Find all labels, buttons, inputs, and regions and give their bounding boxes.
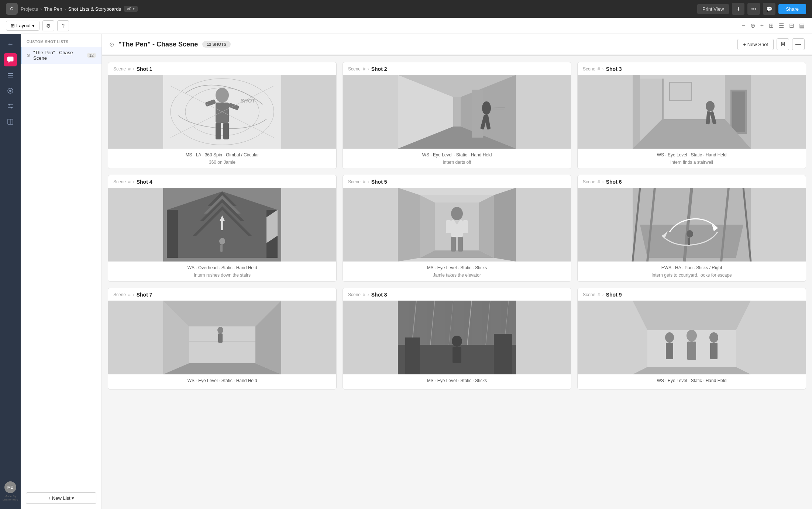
svg-rect-113 <box>494 334 512 374</box>
share-button[interactable]: Share <box>778 4 806 14</box>
print-view-button[interactable]: Print View <box>697 4 729 14</box>
zoom-in-button[interactable]: + <box>759 21 765 31</box>
shot-card-2: Scene # › Shot 2 <box>343 62 571 169</box>
user-avatar[interactable]: MB <box>4 481 16 493</box>
svg-rect-41 <box>633 75 640 149</box>
shot-image-3 <box>578 75 806 149</box>
view-list-button[interactable]: ☰ <box>777 21 785 31</box>
shot-card-footer-8: MS · Eye Level · Static · Sticks <box>343 374 571 389</box>
svg-rect-47 <box>670 82 692 101</box>
view-grid-small-button[interactable]: ⊞ <box>767 21 775 31</box>
shot-image-1: SHOT <box>108 75 336 149</box>
shot-card-6: Scene # › Shot 6 <box>577 175 806 282</box>
svg-marker-70 <box>479 195 494 258</box>
shot-meta-8: MS · Eye Level · Static · Sticks <box>348 378 566 383</box>
shot-card-5: Scene # › Shot 5 <box>343 175 571 282</box>
shot-card-4: Scene # › Shot 4 <box>108 175 337 282</box>
sidebar-item-filter[interactable] <box>4 100 17 113</box>
layout-button[interactable]: ⊞ Layout ▾ <box>6 21 39 31</box>
list-icon <box>7 72 14 79</box>
shot-lists-panel: Custom Shot Lists ⊙ "The Pen" - Chase Sc… <box>21 34 102 509</box>
sidebar-back-button[interactable]: ← <box>4 38 17 51</box>
svg-point-124 <box>709 332 718 343</box>
shot-image-6 <box>578 188 806 262</box>
svg-rect-60 <box>167 210 178 258</box>
breadcrumb: Projects › The Pen › Shot Lists & Storyb… <box>21 6 121 12</box>
shot-image-9 <box>578 301 806 374</box>
shot-desc-6: Intern gets to courtyard, looks for esca… <box>583 273 801 278</box>
svg-marker-119 <box>633 367 751 374</box>
svg-rect-102 <box>218 333 223 343</box>
svg-point-114 <box>452 336 462 347</box>
header-actions: + New Shot 🖥 — <box>737 38 805 50</box>
shot-meta-3: WS · Eye Level · Static · Hand Held <box>583 152 801 157</box>
svg-rect-19 <box>223 123 229 139</box>
shot-card-footer-7: WS · Eye Level · Static · Hand Held <box>108 374 336 389</box>
shot-image-4 <box>108 188 336 262</box>
zoom-out-button[interactable]: − <box>740 21 746 31</box>
svg-marker-117 <box>633 301 751 330</box>
shot-count-badge: 12 <box>87 53 96 58</box>
download-button[interactable]: ⬇ <box>732 3 744 15</box>
svg-rect-123 <box>687 342 696 360</box>
shot-card-header-7: Scene # › Shot 7 <box>108 288 336 301</box>
view-grid-large-button[interactable]: ⊟ <box>788 21 795 31</box>
svg-rect-112 <box>405 337 420 374</box>
sidebar-item-scenes[interactable] <box>4 84 17 97</box>
shot-list-item[interactable]: ⊙ "The Pen" - Chase Scene 12 <box>21 47 102 64</box>
new-shot-button[interactable]: + New Shot <box>737 39 774 50</box>
view-mode-button[interactable]: 🖥 <box>777 38 789 50</box>
more-options-button[interactable]: ••• <box>747 3 760 15</box>
svg-marker-73 <box>398 188 420 262</box>
shot-card-3: Scene # › Shot 3 <box>577 62 806 169</box>
shot-image-7 <box>108 301 336 374</box>
svg-point-16 <box>216 88 229 103</box>
download-icon: ⬇ <box>736 6 740 12</box>
shot-desc-4: Intern rushes down the stairs <box>113 273 331 278</box>
zoom-fit-button[interactable]: ⊕ <box>749 21 757 31</box>
question-icon: ? <box>62 23 65 29</box>
svg-point-101 <box>217 327 223 333</box>
main-layout: ← <box>0 34 812 509</box>
shot-card-header-6: Scene # › Shot 6 <box>578 175 806 188</box>
sidebar-item-book[interactable] <box>4 115 17 128</box>
shot-card-header-2: Scene # › Shot 2 <box>343 62 571 75</box>
left-sidebar: ← <box>0 34 21 509</box>
sidebar-item-lists[interactable] <box>4 69 17 82</box>
shot-card-header-5: Scene # › Shot 5 <box>343 175 571 188</box>
minus-icon: − <box>742 22 745 29</box>
app-logo: G <box>6 3 18 15</box>
scene-icon <box>7 87 14 94</box>
chat-bubble-icon <box>7 56 14 63</box>
svg-rect-46 <box>732 91 745 132</box>
new-list-button[interactable]: + New List ▾ <box>26 492 96 504</box>
help-button[interactable]: ? <box>57 20 69 31</box>
svg-point-75 <box>451 207 463 220</box>
svg-point-8 <box>8 104 10 105</box>
shot-desc-5: Jamie takes the elevator <box>348 273 566 278</box>
top-nav-actions: Print View ⬇ ••• 💬 Share <box>697 3 806 15</box>
monitor-icon: 🖥 <box>780 41 786 48</box>
svg-marker-84 <box>640 225 743 258</box>
svg-point-92 <box>687 230 693 238</box>
content-header: ⊙ "The Pen" - Chase Scene 12 SHOTS + New… <box>102 34 812 55</box>
svg-rect-79 <box>458 237 463 252</box>
view-filmstrip-button[interactable]: ▤ <box>798 21 806 31</box>
zoom-view-controls: − ⊕ + ⊞ ☰ ⊟ ▤ <box>740 21 806 31</box>
projects-link[interactable]: Projects <box>21 6 38 12</box>
comments-button[interactable]: 💬 <box>763 3 775 15</box>
version-badge[interactable]: v0 ▾ <box>124 6 138 12</box>
svg-rect-121 <box>666 343 673 359</box>
sidebar-item-chat[interactable] <box>4 53 17 66</box>
shot-card-footer-2: WS · Eye Level · Static · Hand Held Inte… <box>343 149 571 169</box>
shot-card-header-8: Scene # › Shot 8 <box>343 288 571 301</box>
collapse-button[interactable]: — <box>792 38 805 50</box>
shot-list-label: "The Pen" - Chase Scene <box>33 50 84 61</box>
svg-point-49 <box>706 101 715 111</box>
shot-card-footer-5: MS · Eye Level · Static · Sticks Jamie t… <box>343 262 571 281</box>
shot-card-footer-6: EWS · HA · Pan · Sticks / Right Intern g… <box>578 262 806 281</box>
settings-button[interactable]: ⚙ <box>42 20 54 31</box>
project-link[interactable]: The Pen <box>44 6 62 12</box>
shot-meta-4: WS · Overhead · Static · Hand Held <box>113 265 331 270</box>
shot-grid: Scene # › Shot 1 <box>102 56 812 509</box>
